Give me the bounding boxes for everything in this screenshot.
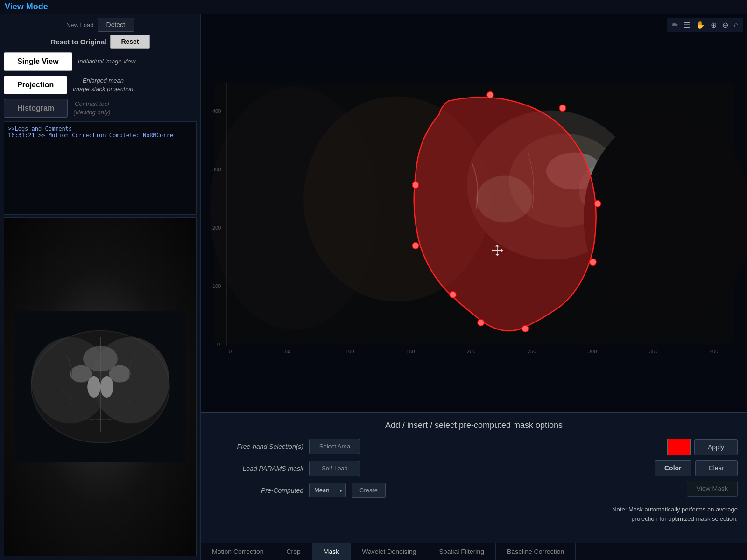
svg-point-38: [559, 105, 566, 112]
color-button[interactable]: Color: [655, 460, 691, 476]
main-layout: New Load Detect Reset to Original Reset …: [0, 14, 747, 560]
title-bar: View Mode: [0, 0, 747, 14]
svg-point-6: [70, 365, 92, 383]
reset-row: Reset to Original Reset: [4, 35, 197, 49]
color-apply-row: Apply: [667, 439, 738, 455]
precomputed-select-container: Mean Median Max Min: [309, 483, 346, 497]
freehand-label: Free-hand Selection(s): [210, 443, 303, 450]
toolbar-icons: ✏ ☰ ✋ ⊕ ⊖ ⌂: [667, 18, 743, 32]
svg-point-52: [476, 176, 532, 223]
precomputed-label: Pre-Computed: [210, 487, 303, 494]
svg-text:200: 200: [467, 349, 475, 354]
tab-spatial-filtering[interactable]: Spatial Filtering: [428, 543, 496, 560]
log-title: >>Logs and Comments: [8, 126, 192, 132]
mri-canvas: 0 50 100 150 200 250 300 350 400 0 100 2…: [201, 14, 747, 412]
svg-point-7: [109, 365, 130, 383]
histogram-row: Histogram Contrast tool (viewing only): [4, 98, 197, 119]
svg-point-43: [478, 320, 484, 326]
reset-button[interactable]: Reset: [110, 35, 149, 49]
mask-note: Note: Mask automatically performs an ave…: [612, 505, 738, 523]
svg-text:0: 0: [217, 342, 220, 347]
mask-grid: Free-hand Selection(s) Select Area Load …: [210, 439, 738, 523]
mask-panel-title: Add / insert / select pre-computed mask …: [210, 420, 738, 430]
detect-button[interactable]: Detect: [98, 18, 134, 32]
svg-text:100: 100: [212, 283, 221, 289]
single-view-button[interactable]: Single View: [4, 52, 72, 71]
clear-button[interactable]: Clear: [695, 460, 738, 476]
projection-row: Projection Enlarged mean image stack pro…: [4, 75, 197, 95]
contrast-tool-label: Contrast tool (viewing only): [73, 100, 110, 117]
svg-point-37: [487, 92, 493, 98]
svg-text:200: 200: [212, 225, 221, 231]
histogram-button[interactable]: Histogram: [4, 99, 68, 118]
svg-text:250: 250: [528, 349, 536, 354]
mask-actions: Apply Color Clear View Mask Note: Mask a…: [612, 439, 738, 523]
right-area: ✏ ☰ ✋ ⊕ ⊖ ⌂: [201, 14, 747, 560]
color-clear-row: Color Clear: [655, 460, 738, 476]
enlarged-mean-label: Enlarged mean image stack projection: [73, 77, 133, 93]
thumbnail-area: [4, 217, 197, 556]
svg-point-20: [584, 115, 747, 321]
app-title: View Mode: [5, 2, 48, 11]
svg-point-8: [87, 376, 100, 398]
tab-bar: Motion Correction Crop Mask Wavelet Deno…: [201, 543, 747, 560]
select-area-button[interactable]: Select Area: [309, 439, 360, 454]
svg-text:400: 400: [212, 108, 221, 114]
tab-motion-correction[interactable]: Motion Correction: [201, 543, 275, 560]
reset-to-original-label: Reset to Original: [50, 38, 106, 46]
thumbnail-image: [4, 218, 196, 556]
svg-point-44: [450, 292, 456, 298]
single-view-row: Single View Individual image view: [4, 51, 197, 72]
pan-icon[interactable]: ✋: [694, 20, 707, 30]
svg-point-39: [412, 182, 419, 189]
mask-options: Free-hand Selection(s) Select Area Load …: [210, 439, 603, 523]
view-mask-button: View Mask: [687, 481, 738, 497]
projection-button[interactable]: Projection: [4, 76, 67, 94]
svg-text:100: 100: [345, 349, 354, 354]
color-swatch[interactable]: [667, 439, 691, 455]
svg-point-42: [522, 326, 529, 332]
self-load-button[interactable]: Self-Load: [309, 461, 360, 476]
new-load-row: New Load Detect: [4, 18, 197, 32]
svg-point-45: [412, 243, 419, 249]
list-icon[interactable]: ☰: [682, 20, 692, 30]
svg-text:50: 50: [285, 349, 290, 354]
precomputed-select[interactable]: Mean Median Max Min: [309, 483, 346, 497]
image-view[interactable]: ✏ ☰ ✋ ⊕ ⊖ ⌂: [201, 14, 747, 412]
svg-text:0: 0: [229, 349, 232, 354]
mask-panel: Add / insert / select pre-computed mask …: [201, 412, 747, 543]
load-params-row: Load PARAMS mask Self-Load: [210, 461, 603, 476]
tab-mask[interactable]: Mask: [312, 543, 351, 560]
svg-point-9: [100, 376, 113, 398]
zoom-out-icon[interactable]: ⊖: [720, 20, 730, 30]
left-panel: New Load Detect Reset to Original Reset …: [0, 14, 201, 560]
log-entry: 16:31:21 >> Motion Correction Complete: …: [8, 132, 192, 139]
freehand-row: Free-hand Selection(s) Select Area: [210, 439, 603, 454]
precomputed-row: Pre-Computed Mean Median Max Min Create: [210, 483, 603, 498]
svg-text:300: 300: [212, 167, 221, 172]
tab-baseline-correction[interactable]: Baseline Correction: [496, 543, 576, 560]
log-box: >>Logs and Comments 16:31:21 >> Motion C…: [4, 121, 197, 215]
apply-button[interactable]: Apply: [694, 439, 738, 455]
zoom-in-icon[interactable]: ⊕: [709, 20, 719, 30]
brain-thumbnail-svg: [14, 235, 187, 539]
svg-point-40: [594, 201, 601, 207]
svg-point-41: [590, 259, 596, 266]
svg-text:400: 400: [710, 349, 718, 354]
svg-text:150: 150: [406, 349, 415, 354]
load-params-label: Load PARAMS mask: [210, 465, 303, 472]
tab-crop[interactable]: Crop: [275, 543, 312, 560]
tab-wavelet-denoising[interactable]: Wavelet Denoising: [351, 543, 428, 560]
svg-text:300: 300: [588, 349, 597, 354]
svg-text:350: 350: [649, 349, 657, 354]
new-load-label: New Load: [66, 21, 94, 28]
pencil-icon[interactable]: ✏: [670, 20, 680, 30]
create-button[interactable]: Create: [352, 483, 386, 498]
home-icon[interactable]: ⌂: [732, 20, 740, 30]
individual-image-view-label: Individual image view: [78, 57, 136, 66]
